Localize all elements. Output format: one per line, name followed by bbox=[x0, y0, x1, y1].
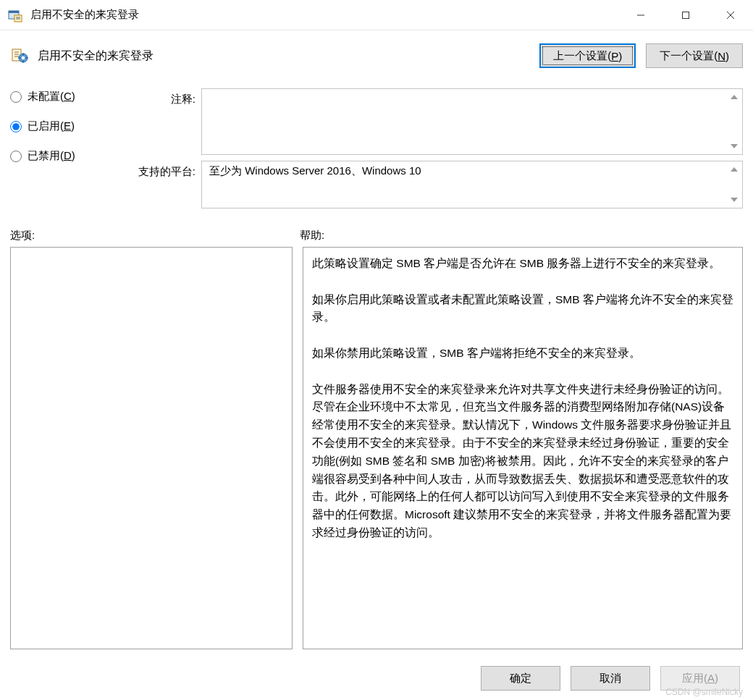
minimize-button[interactable] bbox=[618, 0, 663, 30]
radio-enabled[interactable]: 已启用(E) bbox=[10, 119, 112, 133]
titlebar: 启用不安全的来宾登录 bbox=[0, 0, 753, 30]
close-button[interactable] bbox=[708, 0, 753, 30]
radio-disabled-input[interactable] bbox=[10, 151, 22, 162]
supported-scroll bbox=[728, 163, 741, 206]
svg-point-14 bbox=[22, 56, 25, 60]
maximize-button[interactable] bbox=[663, 0, 708, 30]
scroll-up-icon[interactable] bbox=[728, 90, 741, 104]
svg-rect-6 bbox=[683, 12, 689, 19]
previous-setting-button[interactable]: 上一个设置(P) bbox=[539, 43, 636, 68]
options-label: 选项: bbox=[10, 229, 300, 243]
titlebar-icon bbox=[7, 7, 23, 23]
content-area: 启用不安全的来宾登录 上一个设置(P) 下一个设置(N) 未配置(C) 已启用(… bbox=[0, 30, 753, 657]
cancel-button[interactable]: 取消 bbox=[571, 666, 650, 691]
radio-not-configured-input[interactable] bbox=[10, 91, 22, 103]
window-title: 启用不安全的来宾登录 bbox=[30, 8, 139, 22]
help-content: 此策略设置确定 SMB 客户端是否允许在 SMB 服务器上进行不安全的来宾登录。… bbox=[312, 257, 733, 539]
comment-label: 注释: bbox=[117, 88, 195, 106]
supported-value: 至少为 Windows Server 2016、Windows 10 bbox=[209, 164, 421, 177]
scroll-down-icon[interactable] bbox=[728, 140, 741, 153]
policy-icon bbox=[10, 47, 30, 64]
svg-marker-19 bbox=[731, 95, 738, 99]
svg-marker-20 bbox=[731, 144, 738, 148]
panels: 此策略设置确定 SMB 客户端是否允许在 SMB 服务器上进行不安全的来宾登录。… bbox=[10, 247, 743, 649]
options-panel bbox=[10, 247, 293, 649]
comment-scroll bbox=[728, 90, 741, 153]
dialog-button-row: 确定 取消 应用(A) CSDN @smileNicky bbox=[0, 657, 753, 700]
policy-header: 启用不安全的来宾登录 上一个设置(P) 下一个设置(N) bbox=[10, 43, 743, 68]
radio-not-configured[interactable]: 未配置(C) bbox=[10, 90, 112, 104]
state-radio-group: 未配置(C) 已启用(E) 已禁用(D) bbox=[10, 88, 112, 163]
supported-label: 支持的平台: bbox=[117, 161, 195, 179]
svg-rect-15 bbox=[22, 54, 24, 56]
help-label: 帮助: bbox=[300, 229, 743, 243]
svg-rect-17 bbox=[19, 57, 21, 59]
radio-enabled-input[interactable] bbox=[10, 121, 22, 132]
scroll-up-icon[interactable] bbox=[728, 163, 741, 176]
panel-labels: 选项: 帮助: bbox=[10, 229, 743, 243]
policy-title: 启用不安全的来宾登录 bbox=[38, 49, 153, 64]
window-controls bbox=[618, 0, 753, 30]
scroll-down-icon[interactable] bbox=[728, 193, 741, 206]
svg-rect-16 bbox=[22, 61, 24, 63]
comment-field[interactable] bbox=[201, 88, 743, 155]
apply-button[interactable]: 应用(A) bbox=[660, 666, 740, 691]
ok-button[interactable]: 确定 bbox=[481, 666, 560, 691]
help-panel: 此策略设置确定 SMB 客户端是否允许在 SMB 服务器上进行不安全的来宾登录。… bbox=[303, 247, 743, 649]
svg-marker-22 bbox=[731, 198, 738, 202]
svg-rect-1 bbox=[9, 11, 19, 13]
radio-disabled[interactable]: 已禁用(D) bbox=[10, 149, 112, 163]
configuration-area: 未配置(C) 已启用(E) 已禁用(D) 注释: 支持的平 bbox=[10, 88, 743, 214]
svg-rect-18 bbox=[26, 57, 28, 59]
policy-editor-window: 启用不安全的来宾登录 bbox=[0, 0, 753, 700]
supported-field: 至少为 Windows Server 2016、Windows 10 bbox=[201, 161, 743, 208]
svg-marker-21 bbox=[731, 167, 738, 172]
next-setting-button[interactable]: 下一个设置(N) bbox=[646, 43, 743, 68]
